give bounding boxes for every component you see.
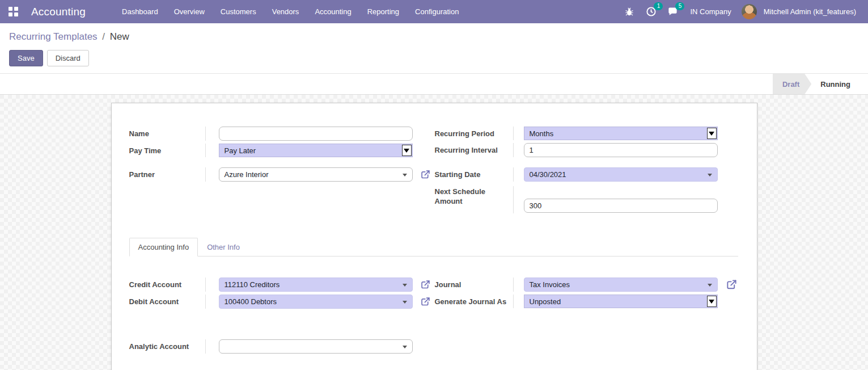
form-right-column: Recurring Period Months Recurring Interv…: [435, 127, 738, 216]
debit-account-label: Debit Account: [129, 295, 206, 309]
recurring-period-select[interactable]: Months: [524, 127, 718, 140]
field-row-pay-time: Pay Time Pay Later: [129, 144, 431, 157]
journal-external-link-icon[interactable]: [726, 279, 737, 290]
form-background: Name Pay Time Pay Later Partner: [0, 95, 868, 370]
select-arrow-icon[interactable]: [707, 128, 717, 139]
journal-label: Journal: [435, 278, 514, 292]
debit-account-combobox[interactable]: 100400 Debtors: [219, 295, 413, 309]
field-row-analytic-account: Analytic Account: [129, 339, 738, 354]
field-row-next-schedule-amount: Next Schedule Amount: [435, 186, 738, 213]
pay-time-value: Pay Later: [225, 146, 256, 155]
analytic-account-combobox[interactable]: [219, 339, 413, 354]
partner-label: Partner: [129, 167, 206, 182]
menu-accounting[interactable]: Accounting: [309, 4, 357, 19]
form-top-section: Name Pay Time Pay Later Partner: [129, 127, 738, 216]
field-row-starting-date: Starting Date 04/30/2021: [435, 167, 738, 182]
menu-overview[interactable]: Overview: [168, 4, 210, 19]
breadcrumb-parent-link[interactable]: Recurring Templates: [9, 31, 98, 42]
apps-grid-square: [9, 7, 12, 11]
dropdown-caret-icon: [708, 174, 712, 176]
field-row-journal: Journal Tax Invoices: [435, 278, 738, 292]
menu-dashboard[interactable]: Dashboard: [116, 4, 164, 19]
messages-count-badge: 5: [675, 2, 684, 10]
status-running[interactable]: Running: [811, 74, 859, 94]
pay-time-select[interactable]: Pay Later: [219, 144, 413, 157]
activity-count-badge: 1: [654, 2, 663, 10]
apps-grid-square: [14, 12, 18, 16]
credit-account-combobox[interactable]: 112110 Creditors: [219, 278, 413, 292]
activity-clock-icon[interactable]: 1: [643, 5, 658, 19]
dropdown-caret-icon: [403, 346, 407, 348]
dropdown-caret-icon: [708, 284, 712, 287]
main-menu: Dashboard Overview Customers Vendors Acc…: [116, 4, 464, 19]
select-arrow-icon[interactable]: [707, 296, 717, 307]
breadcrumb-separator: /: [100, 31, 107, 42]
select-arrow-icon[interactable]: [402, 145, 412, 156]
field-row-credit-account: Credit Account 112110 Creditors: [129, 278, 431, 292]
debit-account-value: 100400 Debtors: [225, 297, 277, 306]
menu-reporting[interactable]: Reporting: [362, 4, 405, 19]
status-draft[interactable]: Draft: [773, 74, 811, 94]
field-row-debit-account: Debit Account 100400 Debtors: [129, 295, 431, 309]
dropdown-caret-icon: [403, 284, 407, 287]
next-schedule-amount-label: Next Schedule Amount: [435, 186, 514, 213]
apps-grid-square: [9, 12, 12, 16]
user-menu[interactable]: Mitchell Admin (kit_features): [764, 7, 859, 16]
tab-accounting-info[interactable]: Accounting Info: [129, 238, 198, 257]
starting-date-picker[interactable]: 04/30/2021: [524, 167, 718, 182]
control-panel: Recurring Templates / New Save Discard: [0, 23, 868, 74]
menu-customers[interactable]: Customers: [215, 4, 262, 19]
form-sheet: Name Pay Time Pay Later Partner: [111, 103, 757, 370]
app-brand[interactable]: Accounting: [31, 6, 86, 18]
journal-combobox[interactable]: Tax Invoices: [524, 278, 718, 292]
save-button[interactable]: Save: [9, 50, 43, 66]
apps-grid-square: [14, 7, 18, 11]
notebook-tabs: Accounting Info Other Info: [129, 238, 738, 257]
generate-journal-as-select[interactable]: Unposted: [524, 295, 718, 308]
journal-value: Tax Invoices: [530, 280, 570, 289]
partner-external-link-icon[interactable]: [421, 170, 430, 179]
form-left-column: Name Pay Time Pay Later Partner: [129, 127, 431, 216]
dropdown-caret-icon: [403, 301, 407, 304]
starting-date-label: Starting Date: [435, 167, 514, 182]
credit-account-value: 112110 Creditors: [225, 280, 280, 289]
field-row-partner: Partner Azure Interior: [129, 167, 431, 182]
field-row-name: Name: [129, 127, 431, 141]
dropdown-caret-icon: [403, 174, 407, 176]
generate-journal-as-value: Unposted: [530, 297, 561, 306]
next-schedule-amount-input[interactable]: [524, 199, 718, 213]
tab-left-column: Credit Account 112110 Creditors: [129, 278, 431, 312]
discard-button[interactable]: Discard: [47, 50, 89, 66]
recurring-interval-input[interactable]: [524, 143, 718, 157]
generate-journal-as-label: Generate Journal As: [435, 295, 514, 308]
user-avatar[interactable]: [742, 4, 757, 19]
name-label: Name: [129, 127, 206, 141]
pay-time-label: Pay Time: [129, 144, 206, 157]
debug-bug-icon[interactable]: [622, 5, 637, 19]
credit-account-external-link-icon[interactable]: [421, 280, 430, 289]
messages-icon[interactable]: 5: [665, 5, 680, 19]
accounting-info-panel: Credit Account 112110 Creditors: [129, 278, 738, 312]
analytic-account-label: Analytic Account: [129, 339, 206, 354]
partner-combobox[interactable]: Azure Interior: [219, 167, 413, 182]
field-row-recurring-period: Recurring Period Months: [435, 127, 738, 140]
recurring-period-label: Recurring Period: [435, 127, 514, 140]
statusbar: Draft Running: [0, 74, 868, 95]
menu-vendors[interactable]: Vendors: [266, 4, 305, 19]
starting-date-value: 04/30/2021: [530, 170, 566, 179]
analytic-section: Analytic Account: [129, 339, 738, 354]
breadcrumb: Recurring Templates / New: [0, 30, 868, 43]
name-input[interactable]: [219, 127, 413, 141]
credit-account-label: Credit Account: [129, 278, 206, 292]
recurring-interval-label: Recurring Interval: [435, 143, 514, 157]
tab-right-column: Journal Tax Invoices: [435, 278, 738, 312]
partner-value: Azure Interior: [225, 170, 269, 179]
field-row-recurring-interval: Recurring Interval: [435, 143, 738, 157]
apps-grid-icon[interactable]: [9, 7, 19, 17]
tab-other-info[interactable]: Other Info: [198, 238, 249, 257]
form-action-buttons: Save Discard: [9, 50, 859, 66]
company-switcher[interactable]: IN Company: [687, 7, 734, 16]
menu-configuration[interactable]: Configuration: [409, 4, 464, 19]
debit-account-external-link-icon[interactable]: [421, 297, 430, 306]
navbar-right: 1 5 IN Company Mitchell Admin (kit_featu…: [622, 4, 859, 19]
